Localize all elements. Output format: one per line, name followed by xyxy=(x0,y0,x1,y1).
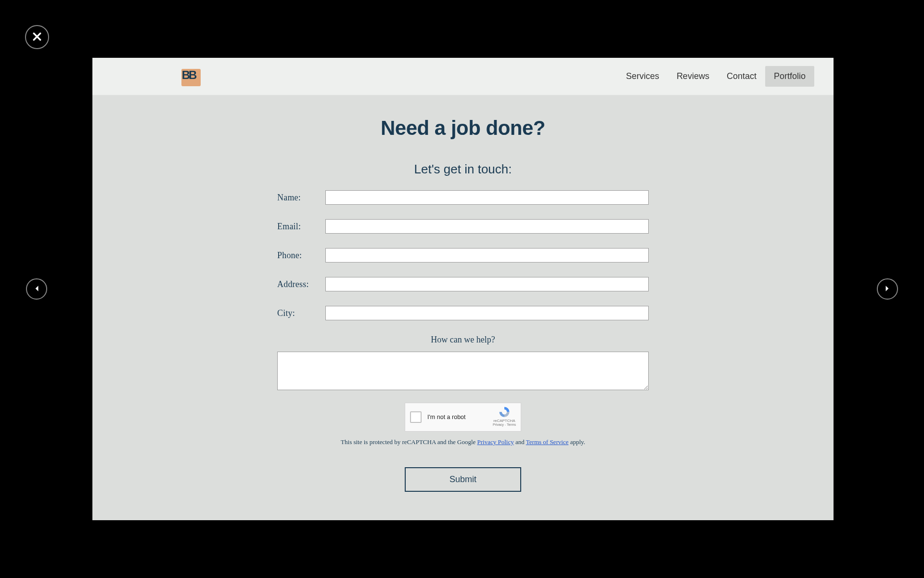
email-input[interactable] xyxy=(325,219,649,234)
close-button[interactable] xyxy=(25,25,49,49)
disclaimer-mid: and xyxy=(514,438,526,446)
address-input[interactable] xyxy=(325,277,649,291)
recaptcha-logo: reCAPTCHA Privacy - Terms xyxy=(493,406,516,426)
name-label: Name: xyxy=(277,193,325,203)
chevron-right-icon xyxy=(885,285,890,293)
recaptcha-icon xyxy=(498,406,511,418)
recaptcha-widget: I'm not a robot reCAPTCHA Privacy - Term… xyxy=(405,403,521,432)
logo-text: BB xyxy=(179,66,198,84)
logo[interactable]: BB xyxy=(179,66,201,87)
preview-frame: BB Services Reviews Contact Portfolio Ne… xyxy=(92,58,834,520)
nav-link-contact[interactable]: Contact xyxy=(718,66,765,87)
prev-button[interactable] xyxy=(26,278,47,300)
email-label: Email: xyxy=(277,222,325,232)
recaptcha-brand: reCAPTCHA xyxy=(493,419,516,423)
nav-link-reviews[interactable]: Reviews xyxy=(668,66,718,87)
page-subheading: Let's get in touch: xyxy=(92,162,834,177)
terms-link[interactable]: Terms of Service xyxy=(526,438,569,446)
help-label: How can we help? xyxy=(92,335,834,345)
nav-links: Services Reviews Contact Portfolio xyxy=(617,66,814,87)
city-input[interactable] xyxy=(325,306,649,320)
submit-button[interactable]: Submit xyxy=(405,467,521,492)
phone-label: Phone: xyxy=(277,250,325,261)
recaptcha-links: Privacy - Terms xyxy=(493,423,516,426)
nav-link-services[interactable]: Services xyxy=(617,66,668,87)
nav-link-portfolio[interactable]: Portfolio xyxy=(765,66,814,87)
help-textarea[interactable] xyxy=(277,352,649,390)
privacy-link[interactable]: Privacy Policy xyxy=(477,438,514,446)
next-button[interactable] xyxy=(877,278,898,300)
recaptcha-checkbox[interactable] xyxy=(410,411,422,423)
disclaimer-pre: This site is protected by reCAPTCHA and … xyxy=(341,438,477,446)
content-area: Need a job done? Let's get in touch: Nam… xyxy=(92,95,834,511)
address-label: Address: xyxy=(277,279,325,289)
chevron-left-icon xyxy=(34,285,39,293)
page-heading: Need a job done? xyxy=(92,117,834,140)
recaptcha-disclaimer: This site is protected by reCAPTCHA and … xyxy=(92,438,834,446)
disclaimer-post: apply. xyxy=(568,438,585,446)
header-bar: BB Services Reviews Contact Portfolio xyxy=(92,58,834,95)
phone-input[interactable] xyxy=(325,248,649,263)
city-label: City: xyxy=(277,308,325,318)
name-input[interactable] xyxy=(325,190,649,205)
close-icon xyxy=(33,32,41,42)
recaptcha-label: I'm not a robot xyxy=(427,414,466,420)
